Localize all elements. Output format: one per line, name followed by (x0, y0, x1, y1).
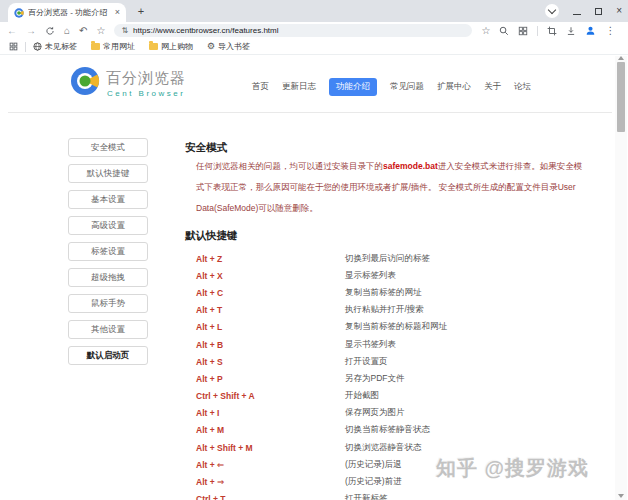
bookmark-label: 网上购物 (161, 41, 193, 52)
safe-mode-paragraph: 任何浏览器相关的问题，均可以通过安装目录下的safemode.bat进入安全模式… (196, 156, 584, 219)
safemode-bat-highlight: safemode.bat (383, 161, 438, 171)
zhihu-watermark: 知乎 @搜罗游戏 (436, 455, 589, 482)
safe-mode-heading: 安全模式 (185, 141, 227, 155)
sidebar-item-default-startup-page[interactable]: 默认启动页 (68, 346, 148, 365)
bookmarks-grid-icon[interactable] (9, 42, 18, 51)
nav-features[interactable]: 功能介绍 (329, 78, 377, 96)
scroll-up-arrow-icon[interactable] (618, 56, 624, 60)
paragraph-text: 任何浏览器相关的问题，均可以通过安装目录下的 (196, 161, 383, 171)
shortcut-desc: 切换到最后访问的标签 (345, 253, 430, 265)
bookmark-folder[interactable]: 常用网址 (91, 41, 135, 52)
bookmark-star-icon[interactable]: ☆ (481, 26, 490, 36)
shortcut-row: Alt + C复制当前标签的网址 (196, 284, 596, 301)
shortcut-key: Ctrl + Shift + A (196, 391, 345, 401)
shortcuts-heading: 默认快捷键 (185, 229, 238, 243)
features-sidebar: 安全模式 默认快捷键 基本设置 高级设置 标签设置 超级拖拽 鼠标手势 其他设置… (68, 138, 148, 365)
forward-icon[interactable]: → (26, 26, 36, 36)
site-header: 百分浏览器 Cent Browser 首页 更新日志 功能介绍 常见问题 扩展中… (8, 55, 612, 113)
folder-icon (91, 43, 100, 50)
shortcut-key: Alt + ⇒ (196, 477, 345, 487)
back-icon[interactable]: ← (7, 26, 17, 36)
shortcut-key: Ctrl + T (196, 494, 345, 500)
apps-grid-icon[interactable] (518, 26, 528, 36)
menu-kebab-icon[interactable]: ⋮ (605, 26, 615, 36)
nav-faq[interactable]: 常见问题 (390, 81, 424, 93)
bookmark-label: 导入书签 (218, 41, 250, 52)
bookmark-item[interactable]: 未见标签 (33, 41, 77, 52)
download-icon[interactable] (566, 26, 576, 36)
shortcut-key: Alt + B (196, 340, 345, 350)
shortcut-desc: 复制当前标签的标题和网址 (345, 321, 447, 333)
profile-avatar-icon[interactable] (585, 25, 596, 36)
shortcut-row: Alt + P另存为PDF文件 (196, 370, 596, 387)
shortcut-key: Alt + I (196, 408, 345, 418)
bookmark-label: 未见标签 (45, 41, 77, 52)
shortcut-row: Alt + S打开设置页 (196, 353, 596, 370)
shortcut-desc: 切换当前标签静音状态 (345, 424, 430, 436)
search-icon[interactable] (499, 26, 509, 36)
browser-toolbar: ← → ⌂ ↶ ☆ ⇅ https://www.centbrowser.cn/f… (0, 22, 628, 39)
tab-close-icon[interactable]: × (115, 8, 120, 17)
nav-home[interactable]: 首页 (252, 81, 269, 93)
undo-closed-tab-icon[interactable]: ↶ (79, 26, 87, 36)
shortcut-row: Alt + M切换当前标签静音状态 (196, 422, 596, 439)
nav-changelog[interactable]: 更新日志 (282, 81, 316, 93)
shortcut-desc: 开始截图 (345, 390, 379, 402)
sidebar-item-super-drag[interactable]: 超级拖拽 (68, 268, 148, 287)
shortcut-desc: 打开新标签 (345, 493, 388, 500)
sidebar-item-other-settings[interactable]: 其他设置 (68, 320, 148, 339)
home-icon[interactable]: ⌂ (64, 26, 70, 36)
chevron-down-icon (548, 6, 556, 14)
refresh-icon[interactable] (45, 26, 55, 36)
sidebar-item-default-shortcuts[interactable]: 默认快捷键 (68, 164, 148, 183)
gear-icon: ⚙ (207, 42, 215, 51)
bookmark-label: 常用网址 (103, 41, 135, 52)
shortcut-desc: 另存为PDF文件 (345, 373, 405, 385)
nav-extensions[interactable]: 扩展中心 (437, 81, 471, 93)
window-maximize-button[interactable] (595, 8, 602, 15)
bookmark-folder[interactable]: 网上购物 (149, 41, 193, 52)
scroll-down-arrow-icon[interactable] (618, 494, 624, 498)
page-scrollbar[interactable] (615, 56, 627, 500)
shortcut-row: Alt + L复制当前标签的标题和网址 (196, 319, 596, 336)
shortcut-desc: (历史记录)前进 (345, 476, 402, 488)
web-page: 百分浏览器 Cent Browser 首页 更新日志 功能介绍 常见问题 扩展中… (0, 55, 628, 500)
favorites-star-icon[interactable]: ☆ (96, 26, 105, 36)
shortcut-key: Alt + C (196, 288, 345, 298)
shortcut-row: Alt + Shift + M切换浏览器静音状态 (196, 439, 596, 456)
window-minimize-button[interactable] (573, 14, 581, 15)
shortcut-key: Alt + L (196, 322, 345, 332)
nav-forum[interactable]: 论坛 (514, 81, 531, 93)
globe-icon (33, 42, 42, 51)
tab-title: 百分浏览器 - 功能介绍 (28, 7, 111, 18)
address-bar[interactable]: ⇅ https://www.centbrowser.cn/features.ht… (114, 24, 472, 37)
new-tab-button[interactable]: + (134, 4, 148, 18)
site-settings-tune-icon[interactable]: ⇅ (121, 27, 128, 35)
url-text[interactable]: https://www.centbrowser.cn/features.html (133, 26, 278, 35)
shortcut-key: Alt + T (196, 305, 345, 315)
tab-search-icon[interactable] (545, 4, 559, 18)
sidebar-item-mouse-gesture[interactable]: 鼠标手势 (68, 294, 148, 313)
shortcut-row: Alt + T执行粘贴并打开/搜索 (196, 302, 596, 319)
shortcut-key: Alt + Z (196, 254, 345, 264)
shortcut-row: Alt + Z切换到最后访问的标签 (196, 250, 596, 267)
window-close-button[interactable]: × (616, 6, 622, 16)
sidebar-item-tab-settings[interactable]: 标签设置 (68, 242, 148, 261)
cent-browser-logo-icon[interactable] (70, 66, 100, 96)
scrollbar-thumb[interactable] (617, 62, 625, 132)
nav-about[interactable]: 关于 (484, 81, 501, 93)
shortcut-desc: 执行粘贴并打开/搜索 (345, 304, 424, 316)
sidebar-item-basic-settings[interactable]: 基本设置 (68, 190, 148, 209)
browser-tab[interactable]: 百分浏览器 - 功能介绍 × (8, 3, 126, 22)
screenshot-crop-icon[interactable] (547, 26, 557, 36)
shortcut-key: Alt + ⇐ (196, 460, 345, 470)
sidebar-item-advanced-settings[interactable]: 高级设置 (68, 216, 148, 235)
import-bookmarks-item[interactable]: ⚙ 导入书签 (207, 41, 250, 52)
shortcut-desc: 打开设置页 (345, 356, 388, 368)
site-title: 百分浏览器 (106, 69, 186, 88)
shortcut-desc: 复制当前标签的网址 (345, 287, 422, 299)
sidebar-item-safe-mode[interactable]: 安全模式 (68, 138, 148, 157)
shortcut-row: Alt + B显示书签列表 (196, 336, 596, 353)
shortcut-key: Alt + P (196, 374, 345, 384)
shortcut-desc: (历史记录)后退 (345, 459, 402, 471)
